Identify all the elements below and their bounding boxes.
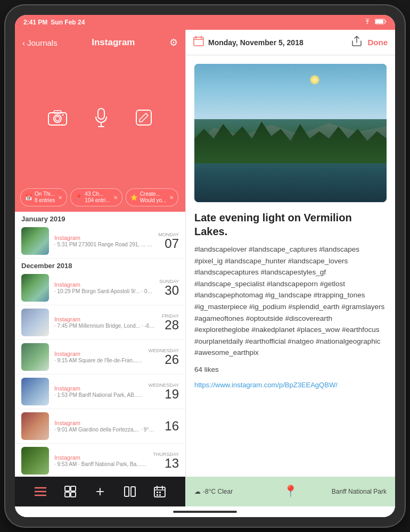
left-panel-title: Instagram [92,37,135,48]
list-item-date: 16 [163,420,179,433]
status-right [363,19,387,27]
svg-rect-16 [65,492,70,497]
svg-rect-26 [157,494,158,496]
chip-create-close[interactable]: ✕ [169,195,174,201]
date-day: 07 [158,237,179,250]
date-day: 16 [163,420,179,433]
svg-rect-10 [136,110,151,125]
entry-calendar-icon[interactable] [193,36,204,49]
chip-create-line1: Create... [140,191,167,197]
chip-create[interactable]: ⭐ Create... Would yo... ✕ [126,188,179,206]
map-weather: ☁ -8°C Clear [194,488,233,495]
chip-on-this-close[interactable]: ✕ [58,195,62,201]
svg-rect-28 [194,37,203,46]
section-header-dec2018: December 2018 [15,259,185,271]
chip-on-this-line1: On Thi... [35,191,55,197]
list-item[interactable]: Instagram · 7:45 PM Millennium Bridge, L… [15,305,185,340]
list-item-meta: · 1:53 PM Banff National Park, AB... · -… [54,392,143,398]
list-item-source: Instagram [54,351,143,357]
list-item-source: Instagram [54,281,154,288]
list-item-info: Instagram · 1:53 PM Banff National Park,… [54,385,143,398]
status-time: 2:41 PM [23,19,47,26]
ipad-frame: 2:41 PM Sun Feb 24 [5,5,405,527]
list-item[interactable]: Instagram · 9:53 AM · Banff National Par… [15,444,185,477]
chip-43ch-close[interactable]: ✕ [113,195,118,201]
camera-button[interactable] [48,110,67,129]
grid-view-button[interactable] [60,481,81,502]
svg-point-4 [55,117,60,121]
section-header-jan2019: January 2019 [15,212,185,224]
list-item-info: Instagram · 10:29 PM Borgo Santi Apostol… [54,281,154,294]
chip-43ch[interactable]: 📍 43 Ch... 104 entri... ✕ [70,188,122,206]
back-button[interactable]: ‹ Journals [22,38,58,47]
list-item-thumb [21,227,49,255]
share-button[interactable] [352,36,362,49]
home-bar [173,511,237,513]
list-item-meta: · 7:45 PM Millennium Bridge, Lond... · -… [54,323,157,329]
gear-icon[interactable]: ⚙ [169,37,178,48]
svg-rect-18 [125,487,129,496]
svg-rect-24 [157,492,158,493]
right-content: Late evening light on Vermilion Lakes. #… [186,55,395,477]
svg-point-6 [62,114,64,115]
add-button[interactable]: + [89,481,111,502]
columns-view-button[interactable] [119,481,141,502]
status-bar: 2:41 PM Sun Feb 24 [15,15,395,30]
date-day: 28 [162,319,179,331]
left-nav: ‹ Journals Instagram ⚙ [15,30,185,55]
list-item-source: Instagram [54,420,158,426]
chip-calendar-icon: 📅 [25,194,32,201]
right-nav: Monday, November 5, 2018 Done [186,30,395,55]
list-item-thumb [21,447,49,475]
main-content: ‹ Journals Instagram ⚙ [15,30,395,506]
svg-point-3 [54,115,61,122]
list-item-thumb [21,378,49,405]
list-item-info: Instagram · 5:31 PM 273001 Range Road 29… [54,235,153,247]
map-pin-icon: 📍 [283,485,298,498]
list-item[interactable]: Instagram · 1:53 PM Banff National Park,… [15,375,185,409]
status-date: Sun Feb 24 [51,19,85,26]
chip-43ch-line2: 104 entri... [85,197,110,204]
chip-location-icon: 📍 [75,194,83,201]
date-day: 19 [149,388,179,401]
list-view-button[interactable] [30,481,51,502]
date-day: 26 [149,353,179,366]
filter-chips: 📅 On Thi... 8 entries ✕ 📍 43 Ch... 104 e… [15,183,185,212]
list-item-meta: · 5:31 PM 273001 Range Road 291, ... · -… [54,242,153,247]
mic-button[interactable] [94,108,109,131]
list-item-date: WEDNESDAY 19 [149,383,179,401]
new-entry-icons [48,108,152,131]
list-item-meta: · 10:29 PM Borgo Santi Apostoli 9/... · … [54,288,154,294]
date-day: 30 [159,284,179,297]
list-item-info: Instagram · 7:45 PM Millennium Bridge, L… [54,316,157,329]
entry-link[interactable]: https://www.instagram.com/p/BpZ3EEAgQBW/ [194,381,387,389]
list-item-info: Instagram · 9:01 AM Giardino della Forte… [54,420,158,433]
svg-rect-27 [159,494,161,496]
list-item[interactable]: Instagram · 10:29 PM Borgo Santi Apostol… [15,271,185,305]
list-item[interactable]: Instagram · 9:01 AM Giardino della Forte… [15,409,185,444]
chip-on-this[interactable]: 📅 On Thi... 8 entries ✕ [20,188,67,206]
home-indicator [15,506,395,517]
journals-label: Journals [27,38,58,47]
new-entry-area [15,55,185,183]
svg-rect-17 [71,492,76,497]
right-nav-left: Monday, November 5, 2018 [193,36,304,49]
list-item-source: Instagram [54,454,147,461]
map-footer: ☁ -8°C Clear 📍 Banff National Park [186,477,395,506]
done-button[interactable]: Done [368,38,388,47]
svg-rect-14 [65,486,70,491]
list-item[interactable]: Instagram · 5:31 PM 273001 Range Road 29… [15,224,185,259]
list-item-info: Instagram · 9:53 AM · Banff National Par… [54,454,147,467]
list-item[interactable]: Instagram · 9:15 AM Square de l'Île-de-F… [15,340,185,375]
weather-icon: ☁ [194,488,201,495]
calendar-view-button[interactable] [149,481,170,502]
svg-rect-19 [131,487,135,496]
list-item-date: MONDAY 07 [158,232,179,250]
svg-rect-15 [71,486,76,491]
left-panel: ‹ Journals Instagram ⚙ [15,30,185,506]
entry-body: #landscapelover #landscape_captures #lan… [194,244,387,359]
list-item-thumb [21,412,49,440]
chip-create-line2: Would yo... [140,197,167,204]
edit-button[interactable] [135,109,152,130]
list-item-source: Instagram [54,385,143,392]
